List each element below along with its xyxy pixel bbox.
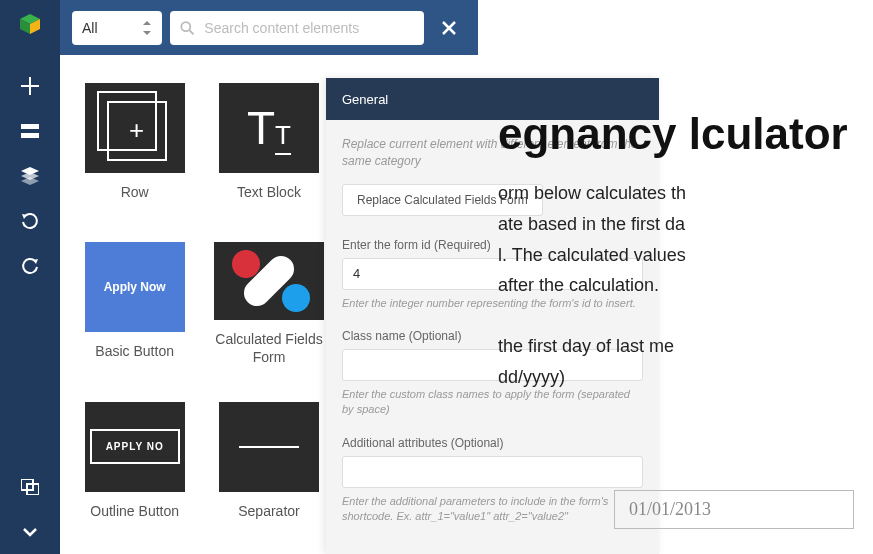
element-calculated-fields-form[interactable]: Calculated Fields Form [214, 242, 323, 366]
basic-button-thumb-text: Apply Now [85, 242, 185, 332]
page-body-text: orm below calculates th ate based in the… [498, 178, 853, 392]
filter-selected-label: All [82, 20, 98, 36]
add-element-button[interactable] [0, 63, 60, 108]
window-icon[interactable] [0, 464, 60, 509]
svg-line-13 [189, 30, 193, 34]
element-label: Text Block [237, 183, 301, 201]
left-rail [0, 0, 60, 554]
undo-icon[interactable] [0, 198, 60, 243]
basic-button-thumb: Apply Now [85, 242, 185, 332]
search-box [170, 11, 424, 45]
chevron-updown-icon [142, 21, 152, 35]
filter-select[interactable]: All [72, 11, 162, 45]
element-label: Calculated Fields Form [214, 330, 323, 366]
expand-icon[interactable] [0, 509, 60, 554]
svg-rect-4 [21, 133, 39, 138]
page-content: egnancy lculator orm below calculates th… [478, 90, 873, 433]
panel-header: All [60, 0, 478, 55]
logo-icon [16, 10, 44, 38]
element-row[interactable]: Row [80, 83, 189, 207]
search-input[interactable] [204, 20, 414, 36]
additional-attrs-field-group: Additional attributes (Optional) Enter t… [342, 436, 643, 525]
layout-icon[interactable] [0, 108, 60, 153]
outline-button-thumb-text: APPLY NO [90, 429, 180, 464]
cff-thumb [214, 242, 323, 320]
search-icon [180, 20, 194, 36]
element-label: Row [121, 183, 149, 201]
additional-attrs-input[interactable] [342, 456, 643, 488]
page-title: egnancy lculator [498, 110, 853, 158]
element-text-block[interactable]: TT Text Block [214, 83, 323, 207]
element-label: Basic Button [95, 342, 174, 360]
date-input[interactable]: 01/01/2013 [614, 490, 854, 529]
separator-thumb [219, 402, 319, 492]
element-label: Separator [238, 502, 299, 520]
stack-icon[interactable] [0, 153, 60, 198]
element-outline-button[interactable]: APPLY NO Outline Button [80, 402, 189, 526]
close-icon [441, 20, 457, 36]
redo-icon[interactable] [0, 243, 60, 288]
element-label: Outline Button [90, 502, 179, 520]
close-button[interactable] [432, 11, 466, 45]
svg-rect-3 [21, 124, 39, 129]
additional-attrs-hint: Enter the additional parameters to inclu… [342, 494, 643, 525]
outline-button-thumb: APPLY NO [85, 402, 185, 492]
svg-marker-7 [21, 177, 39, 185]
text-block-thumb: TT [219, 83, 319, 173]
element-basic-button[interactable]: Apply Now Basic Button [80, 242, 189, 366]
row-thumb [85, 83, 185, 173]
additional-attrs-label: Additional attributes (Optional) [342, 436, 643, 450]
svg-point-12 [181, 22, 190, 31]
element-separator[interactable]: Separator [214, 402, 323, 526]
